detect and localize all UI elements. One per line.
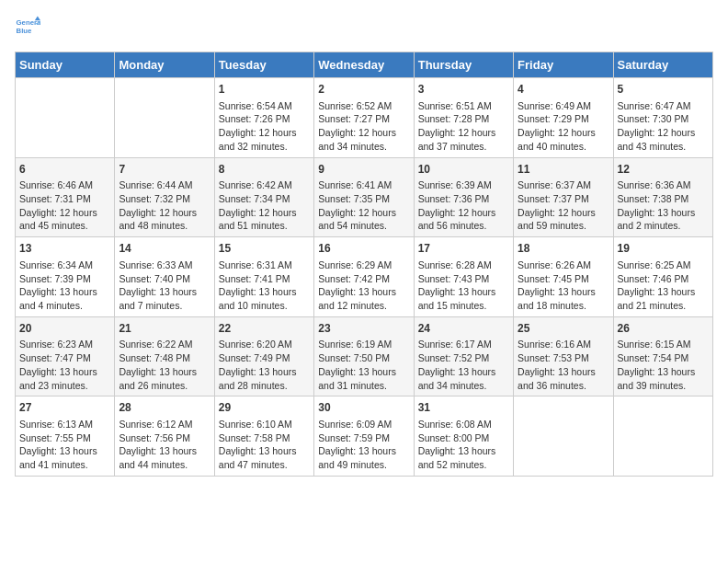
day-info: Sunrise: 6:31 AM Sunset: 7:41 PM Dayligh… (219, 259, 310, 313)
calendar-cell: 10Sunrise: 6:39 AM Sunset: 7:36 PM Dayli… (414, 157, 513, 237)
week-row-2: 6Sunrise: 6:46 AM Sunset: 7:31 PM Daylig… (16, 157, 713, 237)
calendar-cell: 30Sunrise: 6:09 AM Sunset: 7:59 PM Dayli… (314, 396, 414, 477)
day-info: Sunrise: 6:39 AM Sunset: 7:36 PM Dayligh… (418, 178, 509, 233)
calendar-cell: 11Sunrise: 6:37 AM Sunset: 7:37 PM Dayli… (514, 157, 613, 237)
col-header-friday: Friday (514, 52, 613, 78)
logo: General Blue (15, 15, 44, 40)
day-number: 12 (618, 162, 709, 178)
day-number: 28 (119, 400, 210, 416)
calendar-cell: 3Sunrise: 6:51 AM Sunset: 7:28 PM Daylig… (414, 78, 513, 158)
day-number: 21 (119, 321, 210, 337)
day-number: 13 (19, 241, 110, 257)
day-info: Sunrise: 6:09 AM Sunset: 7:59 PM Dayligh… (318, 418, 409, 472)
calendar-cell: 27Sunrise: 6:13 AM Sunset: 7:55 PM Dayli… (16, 396, 115, 477)
day-info: Sunrise: 6:16 AM Sunset: 7:53 PM Dayligh… (518, 338, 609, 392)
week-row-3: 13Sunrise: 6:34 AM Sunset: 7:39 PM Dayli… (16, 237, 713, 317)
day-info: Sunrise: 6:13 AM Sunset: 7:55 PM Dayligh… (19, 418, 110, 472)
calendar-table: SundayMondayTuesdayWednesdayThursdayFrid… (15, 52, 713, 477)
day-info: Sunrise: 6:26 AM Sunset: 7:45 PM Dayligh… (518, 259, 609, 313)
day-info: Sunrise: 6:33 AM Sunset: 7:40 PM Dayligh… (119, 259, 210, 313)
day-info: Sunrise: 6:29 AM Sunset: 7:42 PM Dayligh… (318, 259, 409, 313)
calendar-cell: 14Sunrise: 6:33 AM Sunset: 7:40 PM Dayli… (115, 237, 214, 317)
day-number: 19 (618, 241, 709, 257)
col-header-saturday: Saturday (613, 52, 712, 78)
day-number: 9 (318, 162, 409, 178)
logo-icon: General Blue (15, 15, 40, 40)
calendar-cell: 31Sunrise: 6:08 AM Sunset: 8:00 PM Dayli… (414, 396, 513, 477)
day-info: Sunrise: 6:52 AM Sunset: 7:27 PM Dayligh… (318, 99, 409, 154)
day-info: Sunrise: 6:44 AM Sunset: 7:32 PM Dayligh… (119, 178, 210, 233)
calendar-cell: 22Sunrise: 6:20 AM Sunset: 7:49 PM Dayli… (214, 316, 313, 396)
day-info: Sunrise: 6:08 AM Sunset: 8:00 PM Dayligh… (418, 418, 509, 472)
calendar-cell: 17Sunrise: 6:28 AM Sunset: 7:43 PM Dayli… (414, 237, 513, 317)
calendar-cell: 9Sunrise: 6:41 AM Sunset: 7:35 PM Daylig… (314, 157, 414, 237)
week-row-4: 20Sunrise: 6:23 AM Sunset: 7:47 PM Dayli… (16, 316, 713, 396)
page-header: General Blue (15, 15, 713, 40)
day-info: Sunrise: 6:28 AM Sunset: 7:43 PM Dayligh… (418, 259, 509, 313)
day-number: 8 (219, 162, 310, 178)
day-number: 24 (418, 321, 509, 337)
calendar-cell: 23Sunrise: 6:19 AM Sunset: 7:50 PM Dayli… (314, 316, 414, 396)
day-info: Sunrise: 6:10 AM Sunset: 7:58 PM Dayligh… (219, 418, 310, 472)
week-row-5: 27Sunrise: 6:13 AM Sunset: 7:55 PM Dayli… (16, 396, 713, 477)
day-info: Sunrise: 6:49 AM Sunset: 7:29 PM Dayligh… (518, 99, 609, 154)
day-info: Sunrise: 6:36 AM Sunset: 7:38 PM Dayligh… (618, 178, 709, 233)
day-number: 16 (318, 241, 409, 257)
calendar-cell: 24Sunrise: 6:17 AM Sunset: 7:52 PM Dayli… (414, 316, 513, 396)
calendar-cell: 21Sunrise: 6:22 AM Sunset: 7:48 PM Dayli… (115, 316, 214, 396)
calendar-cell: 4Sunrise: 6:49 AM Sunset: 7:29 PM Daylig… (514, 78, 613, 158)
calendar-cell (613, 396, 712, 477)
day-number: 10 (418, 162, 509, 178)
day-info: Sunrise: 6:25 AM Sunset: 7:46 PM Dayligh… (618, 259, 709, 313)
calendar-cell: 2Sunrise: 6:52 AM Sunset: 7:27 PM Daylig… (314, 78, 414, 158)
calendar-cell: 29Sunrise: 6:10 AM Sunset: 7:58 PM Dayli… (214, 396, 313, 477)
calendar-cell (514, 396, 613, 477)
day-number: 11 (518, 162, 609, 178)
day-info: Sunrise: 6:19 AM Sunset: 7:50 PM Dayligh… (318, 338, 409, 392)
day-number: 2 (318, 82, 409, 98)
day-number: 20 (19, 321, 110, 337)
calendar-cell: 20Sunrise: 6:23 AM Sunset: 7:47 PM Dayli… (16, 316, 115, 396)
day-info: Sunrise: 6:20 AM Sunset: 7:49 PM Dayligh… (219, 338, 310, 392)
day-number: 17 (418, 241, 509, 257)
day-info: Sunrise: 6:51 AM Sunset: 7:28 PM Dayligh… (418, 99, 509, 154)
day-info: Sunrise: 6:41 AM Sunset: 7:35 PM Dayligh… (318, 178, 409, 233)
day-info: Sunrise: 6:22 AM Sunset: 7:48 PM Dayligh… (119, 338, 210, 392)
calendar-cell: 1Sunrise: 6:54 AM Sunset: 7:26 PM Daylig… (214, 78, 313, 158)
day-number: 7 (119, 162, 210, 178)
calendar-cell: 13Sunrise: 6:34 AM Sunset: 7:39 PM Dayli… (16, 237, 115, 317)
day-number: 5 (618, 82, 709, 98)
day-info: Sunrise: 6:46 AM Sunset: 7:31 PM Dayligh… (19, 178, 110, 233)
calendar-cell: 19Sunrise: 6:25 AM Sunset: 7:46 PM Dayli… (613, 237, 712, 317)
col-header-sunday: Sunday (16, 52, 115, 78)
day-number: 22 (219, 321, 310, 337)
day-info: Sunrise: 6:17 AM Sunset: 7:52 PM Dayligh… (418, 338, 509, 392)
calendar-cell: 12Sunrise: 6:36 AM Sunset: 7:38 PM Dayli… (613, 157, 712, 237)
day-info: Sunrise: 6:54 AM Sunset: 7:26 PM Dayligh… (219, 99, 310, 154)
day-info: Sunrise: 6:15 AM Sunset: 7:54 PM Dayligh… (618, 338, 709, 392)
calendar-cell: 26Sunrise: 6:15 AM Sunset: 7:54 PM Dayli… (613, 316, 712, 396)
day-info: Sunrise: 6:23 AM Sunset: 7:47 PM Dayligh… (19, 338, 110, 392)
day-number: 27 (19, 400, 110, 416)
day-number: 29 (219, 400, 310, 416)
day-info: Sunrise: 6:34 AM Sunset: 7:39 PM Dayligh… (19, 259, 110, 313)
calendar-cell: 6Sunrise: 6:46 AM Sunset: 7:31 PM Daylig… (16, 157, 115, 237)
calendar-cell: 15Sunrise: 6:31 AM Sunset: 7:41 PM Dayli… (214, 237, 313, 317)
day-number: 14 (119, 241, 210, 257)
calendar-cell: 28Sunrise: 6:12 AM Sunset: 7:56 PM Dayli… (115, 396, 214, 477)
calendar-cell: 16Sunrise: 6:29 AM Sunset: 7:42 PM Dayli… (314, 237, 414, 317)
day-info: Sunrise: 6:47 AM Sunset: 7:30 PM Dayligh… (618, 99, 709, 154)
day-number: 23 (318, 321, 409, 337)
day-number: 1 (219, 82, 310, 98)
day-info: Sunrise: 6:42 AM Sunset: 7:34 PM Dayligh… (219, 178, 310, 233)
day-number: 18 (518, 241, 609, 257)
day-number: 4 (518, 82, 609, 98)
day-number: 26 (618, 321, 709, 337)
week-row-1: 1Sunrise: 6:54 AM Sunset: 7:26 PM Daylig… (16, 78, 713, 158)
day-number: 30 (318, 400, 409, 416)
col-header-monday: Monday (115, 52, 214, 78)
calendar-cell: 8Sunrise: 6:42 AM Sunset: 7:34 PM Daylig… (214, 157, 313, 237)
day-number: 31 (418, 400, 509, 416)
calendar-cell: 25Sunrise: 6:16 AM Sunset: 7:53 PM Dayli… (514, 316, 613, 396)
day-info: Sunrise: 6:37 AM Sunset: 7:37 PM Dayligh… (518, 178, 609, 233)
